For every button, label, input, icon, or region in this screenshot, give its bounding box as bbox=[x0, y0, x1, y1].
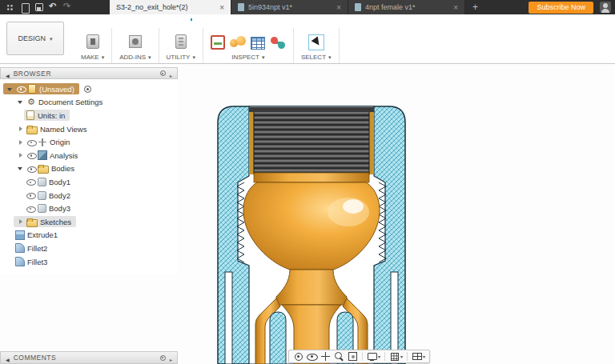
section-analysis-icon[interactable] bbox=[230, 35, 246, 50]
browser-tree: (Unsaved) Document Settings Units: in Na… bbox=[0, 79, 178, 274]
panel-expand-icon[interactable] bbox=[170, 66, 172, 81]
ribbon-tab[interactable] bbox=[168, 14, 170, 21]
subscribe-now-button[interactable]: Subscribe Now bbox=[529, 2, 593, 14]
display-settings-icon[interactable]: ▾ bbox=[366, 350, 381, 362]
ribbon-tab-bar bbox=[78, 14, 192, 21]
curvature-analysis-icon[interactable] bbox=[270, 35, 286, 50]
pan-icon[interactable] bbox=[320, 350, 332, 362]
separator-icon[interactable] bbox=[407, 352, 408, 361]
ribbon-tab[interactable] bbox=[101, 14, 102, 21]
eye-icon[interactable] bbox=[26, 204, 35, 214]
document-tab[interactable]: 5in934npt v1* bbox=[231, 0, 348, 14]
dropdown-caret: ▾ bbox=[400, 354, 403, 359]
flange[interactable] bbox=[254, 173, 369, 182]
undo-icon[interactable] bbox=[46, 2, 60, 14]
tri-closed-icon[interactable] bbox=[15, 138, 25, 147]
tri-open-icon[interactable] bbox=[5, 84, 14, 94]
panel-expand-icon[interactable] bbox=[170, 350, 172, 364]
panel-options-icon[interactable] bbox=[160, 355, 166, 361]
new-tab-button[interactable] bbox=[465, 0, 485, 14]
eye-icon[interactable] bbox=[16, 84, 26, 94]
separator-icon[interactable] bbox=[384, 352, 385, 361]
utility-icon[interactable] bbox=[172, 33, 190, 50]
browser-tree-row[interactable]: Origin bbox=[0, 135, 178, 149]
tri-open-icon[interactable] bbox=[15, 98, 25, 107]
browser-tree-row[interactable]: Named Views bbox=[0, 122, 178, 136]
addins-menu[interactable]: ADD-INS bbox=[119, 53, 151, 61]
group-select: SELECT bbox=[294, 28, 340, 63]
eye-icon[interactable] bbox=[26, 177, 35, 186]
document-tab[interactable]: S3-2_no_exit_hole*(2) bbox=[110, 0, 231, 14]
browser-tree-row[interactable]: Analysis bbox=[0, 149, 178, 162]
browser-tree-row[interactable]: Units: in bbox=[0, 109, 178, 122]
extrude-icon bbox=[15, 230, 25, 240]
measure-icon[interactable] bbox=[211, 35, 225, 50]
select-cursor-icon[interactable] bbox=[308, 34, 324, 50]
browser-tree-row[interactable]: Body2 bbox=[0, 189, 178, 202]
collapse-panel-icon[interactable] bbox=[6, 350, 10, 364]
zoom-icon[interactable] bbox=[333, 350, 345, 362]
record-icon[interactable] bbox=[83, 84, 93, 94]
tree-item-label: Body1 bbox=[49, 178, 70, 186]
tri-closed-icon[interactable] bbox=[15, 217, 25, 226]
browser-tree-row[interactable]: Fillet3 bbox=[0, 255, 178, 269]
close-tab-icon[interactable] bbox=[336, 3, 341, 12]
grid-settings-icon[interactable]: ▾ bbox=[388, 350, 404, 362]
browser-tree-row[interactable]: Sketches bbox=[0, 215, 178, 229]
file-new-icon[interactable] bbox=[18, 2, 31, 14]
ribbon-tab[interactable] bbox=[146, 14, 147, 21]
tree-item-label: Analysis bbox=[50, 151, 78, 160]
orbit-icon[interactable] bbox=[292, 350, 304, 362]
ribbon-tab[interactable] bbox=[123, 14, 125, 21]
browser-tree-row[interactable]: Fillet2 bbox=[0, 242, 178, 255]
tree-item-label: Fillet3 bbox=[27, 258, 47, 266]
user-avatar[interactable] bbox=[600, 2, 611, 13]
close-tab-icon[interactable] bbox=[219, 3, 224, 12]
workspace-label: DESIGN bbox=[18, 34, 46, 42]
eye-icon[interactable] bbox=[26, 164, 36, 174]
browser-tree-row[interactable]: Body3 bbox=[0, 202, 178, 215]
collapse-panel-icon[interactable] bbox=[6, 66, 10, 81]
document-tab[interactable]: 4npt female v1* bbox=[348, 0, 465, 14]
apps-grid-icon[interactable] bbox=[3, 2, 17, 14]
select-menu[interactable]: SELECT bbox=[301, 53, 332, 61]
fillet-icon bbox=[15, 257, 25, 266]
separator-icon[interactable] bbox=[362, 352, 363, 361]
save-icon[interactable] bbox=[32, 2, 46, 14]
ribbon-tab[interactable] bbox=[78, 14, 80, 21]
panel-options-icon[interactable] bbox=[160, 70, 166, 76]
tri-open-icon[interactable] bbox=[15, 164, 25, 174]
parameters-table-icon[interactable] bbox=[251, 37, 265, 50]
redo-icon[interactable] bbox=[61, 2, 74, 14]
workspace-selector[interactable]: DESIGN bbox=[6, 22, 64, 55]
browser-tree-row[interactable]: Document Settings bbox=[0, 96, 178, 110]
utility-menu[interactable]: UTILITY bbox=[167, 53, 195, 61]
browser-tree-row[interactable]: Extrude1 bbox=[0, 229, 178, 242]
tri-closed-icon[interactable] bbox=[15, 150, 25, 160]
chevron-down-icon bbox=[50, 34, 53, 42]
fit-icon[interactable] bbox=[347, 350, 359, 362]
look-at-icon[interactable] bbox=[306, 350, 318, 362]
ribbon-groups: MAKE ADD-INS UTILITY INSPECT SELECT bbox=[74, 28, 340, 63]
inspect-menu[interactable]: INSPECT bbox=[231, 53, 264, 61]
browser-header[interactable]: BROWSER bbox=[0, 67, 178, 79]
tri-closed-icon[interactable] bbox=[15, 124, 25, 134]
comments-panel-header[interactable]: COMMENTS bbox=[0, 351, 178, 364]
browser-tree-row[interactable]: Body1 bbox=[0, 175, 178, 189]
addins-icon[interactable] bbox=[127, 33, 144, 50]
eye-icon[interactable] bbox=[26, 150, 36, 160]
eye-icon[interactable] bbox=[26, 190, 35, 200]
ribbon-tab[interactable] bbox=[191, 14, 192, 21]
tree-item-label: Sketches bbox=[40, 218, 71, 226]
close-tab-icon[interactable] bbox=[453, 3, 458, 12]
document-tab-title: 4npt female v1* bbox=[365, 3, 416, 11]
eye-icon[interactable] bbox=[26, 138, 36, 147]
make-icon[interactable] bbox=[84, 33, 102, 50]
application-top-bar: S3-2_no_exit_hole*(2) 5in934npt v1* 4npt… bbox=[0, 0, 615, 14]
make-menu[interactable]: MAKE bbox=[81, 53, 104, 61]
browser-tree-row[interactable]: (Unsaved) bbox=[0, 82, 178, 96]
threaded-plug[interactable] bbox=[254, 110, 369, 174]
browser-tree-row[interactable]: Bodies bbox=[0, 162, 178, 176]
viewports-icon[interactable]: ▾ bbox=[411, 350, 426, 362]
document-tab-bar: S3-2_no_exit_hole*(2) 5in934npt v1* 4npt… bbox=[110, 0, 465, 14]
